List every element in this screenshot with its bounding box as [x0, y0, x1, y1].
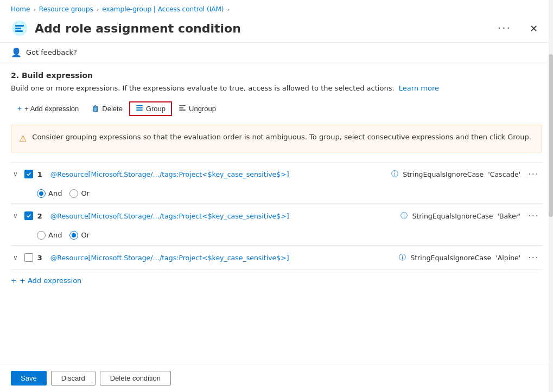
- condition-icon: [11, 20, 28, 37]
- chevron-2[interactable]: ∨: [11, 211, 20, 221]
- svg-rect-9: [179, 110, 186, 111]
- expr-operator-1: StringEqualsIgnoreCase: [403, 170, 484, 178]
- radio-group-2: And Or: [37, 231, 90, 240]
- group-label: Group: [146, 105, 166, 113]
- radio-or-2[interactable]: Or: [69, 231, 90, 240]
- checkbox-1[interactable]: [24, 170, 33, 178]
- breadcrumb: Home › Resource groups › example-group |…: [0, 0, 553, 16]
- delete-condition-button[interactable]: Delete condition: [100, 371, 171, 385]
- warning-icon: ⚠: [19, 132, 27, 145]
- section-title: 2. Build expression: [11, 71, 542, 80]
- radio-or-circle-1: [69, 189, 78, 198]
- expr-text-2[interactable]: @Resource[Microsoft.Storage/…/tags:Proje…: [50, 212, 397, 220]
- add-expression-plus-icon: +: [11, 277, 17, 285]
- add-expression-label: + Add expression: [24, 105, 79, 113]
- main-panel: Home › Resource groups › example-group |…: [0, 0, 553, 392]
- delete-label: Delete: [102, 105, 123, 113]
- expression-block-1: ∨ 1 @Resource[Microsoft.Storage/…/tags:P…: [11, 162, 542, 204]
- section-description: Build one or more expressions. If the ex…: [11, 83, 542, 94]
- warning-text: Consider grouping expressions so that th…: [32, 132, 531, 143]
- scrollbar-track: [549, 0, 553, 392]
- plus-icon: +: [17, 104, 22, 113]
- add-expression-button[interactable]: + + Add expression: [11, 101, 85, 115]
- radio-group-1: And Or: [37, 189, 90, 198]
- learn-more-link[interactable]: Learn more: [399, 84, 439, 92]
- expression-row-1: ∨ 1 @Resource[Microsoft.Storage/…/tags:P…: [11, 163, 542, 186]
- expr-operator-3: StringEqualsIgnoreCase: [410, 254, 491, 262]
- close-button[interactable]: ✕: [525, 21, 542, 36]
- logic-row-1: And Or: [11, 186, 542, 204]
- chevron-3[interactable]: ∨: [11, 253, 20, 262]
- checkbox-2[interactable]: [24, 211, 33, 220]
- expr-value-1: 'Cascade': [488, 170, 520, 178]
- expression-row-3: ∨ 3 @Resource[Microsoft.Storage/…/tags:P…: [11, 246, 542, 269]
- expr-text-1[interactable]: @Resource[Microsoft.Storage/…/tags:Proje…: [50, 170, 387, 178]
- header-more-button[interactable]: ···: [494, 21, 514, 36]
- svg-rect-4: [136, 105, 143, 106]
- radio-and-circle-1: [37, 189, 46, 198]
- radio-or-circle-2: [69, 231, 78, 240]
- radio-or-1[interactable]: Or: [69, 189, 90, 198]
- breadcrumb-resource-groups[interactable]: Resource groups: [39, 5, 93, 13]
- save-button[interactable]: Save: [11, 371, 47, 385]
- radio-and-2[interactable]: And: [37, 231, 62, 240]
- add-expression-link-label: + Add expression: [20, 277, 81, 285]
- breadcrumb-example-group[interactable]: example-group | Access control (IAM): [102, 5, 224, 13]
- content-area: 2. Build expression Build one or more ex…: [0, 62, 553, 364]
- svg-rect-2: [15, 28, 21, 29]
- chevron-1[interactable]: ∨: [11, 169, 20, 179]
- info-icon-3: ⓘ: [399, 253, 406, 262]
- svg-rect-1: [15, 25, 24, 27]
- expr-more-3[interactable]: ···: [525, 252, 542, 264]
- page-title: Add role assignment condition: [35, 22, 488, 35]
- radio-and-1[interactable]: And: [37, 189, 62, 198]
- logic-row-2: And Or: [11, 228, 542, 246]
- svg-rect-8: [179, 107, 183, 108]
- svg-rect-7: [179, 105, 186, 106]
- feedback-icon: 👤: [11, 47, 22, 57]
- expression-block-2: ∨ 2 @Resource[Microsoft.Storage/…/tags:P…: [11, 204, 542, 246]
- warning-banner: ⚠ Consider grouping expressions so that …: [11, 125, 542, 152]
- delete-button[interactable]: 🗑 Delete: [85, 101, 129, 115]
- expr-num-2: 2: [37, 212, 46, 220]
- expr-value-3: 'Alpine': [495, 254, 520, 262]
- expressions-list: ∨ 1 @Resource[Microsoft.Storage/…/tags:P…: [11, 162, 542, 270]
- radio-and-circle-2: [37, 231, 46, 240]
- ungroup-label: Ungroup: [189, 105, 216, 113]
- delete-icon: 🗑: [92, 104, 99, 113]
- footer: Save Discard Delete condition: [0, 364, 553, 392]
- ungroup-icon: [179, 104, 186, 113]
- expr-value-2: 'Baker': [498, 212, 521, 220]
- toolbar: + + Add expression 🗑 Delete Group: [11, 101, 542, 116]
- expr-num-1: 1: [37, 170, 46, 178]
- expression-block-3: ∨ 3 @Resource[Microsoft.Storage/…/tags:P…: [11, 246, 542, 270]
- ungroup-button[interactable]: Ungroup: [172, 101, 223, 116]
- group-button[interactable]: Group: [129, 101, 172, 116]
- expr-more-2[interactable]: ···: [525, 210, 542, 222]
- scrollbar-thumb[interactable]: [549, 54, 553, 217]
- checkbox-3[interactable]: [24, 253, 33, 262]
- feedback-bar: 👤 Got feedback?: [0, 43, 553, 62]
- page-header: Add role assignment condition ··· ✕: [0, 16, 553, 43]
- expr-num-3: 3: [37, 254, 46, 262]
- feedback-label[interactable]: Got feedback?: [26, 48, 77, 56]
- svg-rect-6: [136, 110, 143, 111]
- discard-button[interactable]: Discard: [51, 371, 96, 385]
- expression-row-2: ∨ 2 @Resource[Microsoft.Storage/…/tags:P…: [11, 204, 542, 228]
- breadcrumb-home[interactable]: Home: [11, 5, 30, 13]
- svg-rect-5: [136, 107, 143, 108]
- expr-operator-2: StringEqualsIgnoreCase: [412, 212, 493, 220]
- add-expression-link[interactable]: + + Add expression: [11, 270, 542, 287]
- info-icon-1: ⓘ: [391, 169, 398, 179]
- svg-rect-3: [15, 30, 23, 32]
- group-icon: [136, 104, 143, 113]
- expr-more-1[interactable]: ···: [525, 168, 542, 181]
- info-icon-2: ⓘ: [401, 211, 408, 221]
- expr-text-3[interactable]: @Resource[Microsoft.Storage/…/tags:Proje…: [50, 254, 395, 262]
